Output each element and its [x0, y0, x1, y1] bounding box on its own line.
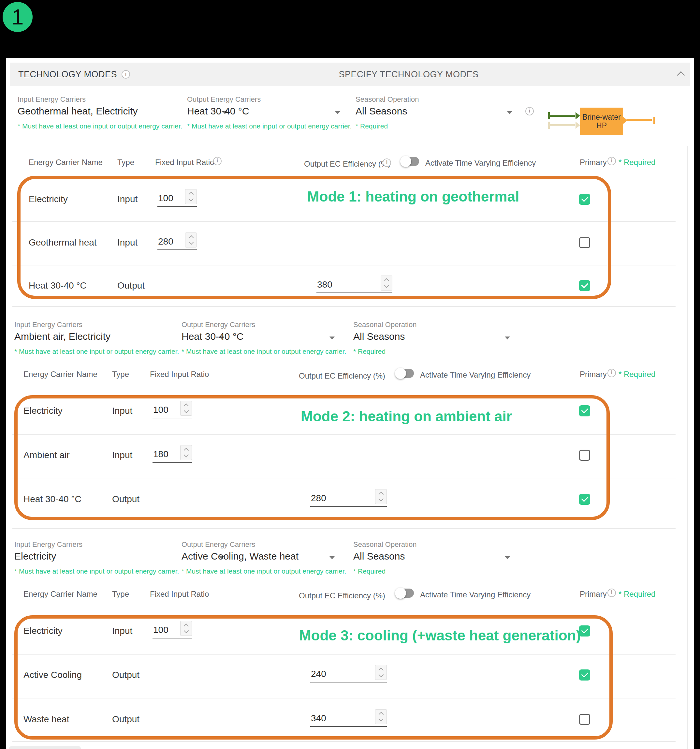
ratio-value: 180	[153, 449, 168, 459]
mode2-seasonal-select[interactable]: All Seasons	[353, 330, 512, 344]
seasonal-operation-label: Seasonal Operation	[353, 321, 512, 329]
diagram-label-line2: HP	[596, 121, 607, 130]
mode3-seasonal-select[interactable]: All Seasons	[353, 550, 512, 564]
output-efficiency-input[interactable]: 340	[310, 709, 387, 727]
mode2-annotation-text: Mode 2: heating on ambient air	[227, 408, 586, 425]
primary-checkbox[interactable]	[579, 494, 590, 505]
step-badge: 1	[3, 2, 33, 32]
primary-checkbox[interactable]	[579, 194, 590, 205]
mode3-output-carriers-select[interactable]: Active Cooling, Waste heat	[181, 550, 337, 564]
col-output-ec-efficiency: Output EC Efficiency (%)	[299, 371, 385, 381]
chevron-up-icon[interactable]	[677, 72, 685, 78]
col-output-ec-efficiency: Output EC Efficiency (%)	[304, 159, 390, 168]
number-stepper[interactable]	[180, 401, 192, 416]
number-stepper[interactable]	[180, 621, 192, 636]
row-divider	[12, 221, 676, 222]
screen: 1 TECHNOLOGY MODES SPECIFY TECHNOLOGY MO…	[0, 0, 700, 749]
mode1-seasonal-field: Seasonal Operation All Seasons * Require…	[355, 95, 514, 130]
primary-checkbox[interactable]	[579, 405, 590, 416]
row-carrier-name: Electricity	[29, 194, 68, 205]
number-stepper[interactable]	[185, 189, 197, 204]
info-icon[interactable]	[122, 70, 130, 79]
output-efficiency-input[interactable]: 280	[310, 489, 387, 507]
dropdown-caret-icon	[505, 556, 510, 559]
info-icon[interactable]	[213, 157, 222, 165]
row-carrier-name: Electricity	[23, 406, 63, 416]
mode2-seasonal-helper: * Required	[353, 348, 512, 355]
time-varying-efficiency-toggle[interactable]	[395, 367, 414, 379]
row-carrier-name: Ambient air	[23, 450, 70, 460]
number-stepper[interactable]	[185, 232, 197, 248]
toggle-label: Activate Time Varying Efficiency	[420, 370, 531, 379]
col-energy-carrier-name: Energy Carrier Name	[29, 158, 103, 167]
col-primary: Primary	[580, 370, 607, 379]
primary-checkbox[interactable]	[579, 625, 590, 636]
col-output-ec-efficiency: Output EC Efficiency (%)	[299, 591, 385, 600]
ratio-value: 100	[153, 405, 168, 415]
table-bottom-divider	[12, 306, 676, 307]
row-carrier-type: Output	[117, 280, 145, 291]
dropdown-caret-icon	[505, 336, 510, 339]
fixed-input-ratio-input[interactable]: 280	[157, 232, 197, 250]
output-efficiency-input[interactable]: 380	[316, 275, 392, 293]
panel-right-divider	[687, 146, 688, 749]
time-varying-efficiency-toggle[interactable]	[400, 156, 419, 167]
output-carriers-label: Output Energy Carriers	[181, 540, 337, 549]
ratio-value: 280	[158, 236, 173, 247]
primary-checkbox[interactable]	[579, 237, 590, 248]
output-efficiency-input[interactable]: 240	[310, 665, 387, 682]
number-stepper[interactable]	[375, 665, 387, 680]
row-carrier-type: Input	[112, 406, 132, 416]
number-stepper[interactable]	[375, 709, 387, 724]
row-carrier-name: Heat 30-40 °C	[23, 494, 81, 504]
mode1-output-carriers-select[interactable]: Heat 30-40 °C	[187, 105, 342, 119]
col-fixed-input-ratio: Fixed Input Ratio	[150, 590, 209, 599]
number-stepper[interactable]	[381, 275, 392, 290]
primary-checkbox[interactable]	[579, 714, 590, 725]
mode3-annotation-text: Mode 3: cooling (+waste heat generation)	[261, 627, 619, 644]
seasonal-operation-label: Seasonal Operation	[355, 95, 514, 104]
info-icon[interactable]	[383, 159, 391, 167]
col-type: Type	[112, 590, 129, 599]
row-carrier-type: Output	[112, 670, 139, 680]
primary-checkbox[interactable]	[579, 670, 590, 680]
mode1-seasonal-helper: * Required	[355, 122, 514, 130]
dropdown-caret-icon	[335, 111, 340, 114]
row-carrier-type: Input	[112, 450, 132, 460]
mode2-seasonal-field: Seasonal Operation All Seasons * Require…	[353, 321, 512, 355]
mode3-seasonal-field: Seasonal Operation All Seasons * Require…	[353, 540, 512, 575]
mode1-annotation-text: Mode 1: heating on geothermal	[234, 188, 592, 205]
partial-button[interactable]	[9, 746, 81, 749]
fixed-input-ratio-input[interactable]: 180	[153, 445, 192, 463]
efficiency-value: 280	[311, 493, 326, 503]
info-icon[interactable]	[607, 369, 616, 377]
number-stepper[interactable]	[375, 489, 387, 504]
row-carrier-name: Geothermal heat	[29, 237, 97, 248]
mode2-output-carriers-select[interactable]: Heat 30-40 °C	[181, 330, 337, 344]
mode3-output-helper: * Must have at least one input or output…	[181, 567, 337, 575]
info-icon[interactable]	[607, 157, 616, 165]
panel-subtitle: SPECIFY TECHNOLOGY MODES	[339, 69, 478, 79]
efficiency-value: 240	[311, 669, 326, 679]
output-arrow-orange-icon	[623, 117, 655, 124]
info-icon[interactable]	[525, 107, 534, 115]
info-icon[interactable]	[607, 588, 616, 597]
output-carriers-label: Output Energy Carriers	[187, 95, 342, 104]
fixed-input-ratio-input[interactable]: 100	[153, 401, 192, 418]
primary-checkbox[interactable]	[579, 280, 590, 291]
fixed-input-ratio-input[interactable]: 100	[157, 189, 197, 207]
primary-required-label: * Required	[619, 590, 655, 599]
input-arrow-green-icon	[548, 112, 580, 119]
number-stepper[interactable]	[180, 445, 192, 460]
mode3-output-carriers-value: Active Cooling, Waste heat	[181, 551, 299, 562]
row-carrier-type: Input	[112, 626, 132, 636]
fixed-input-ratio-input[interactable]: 100	[153, 621, 192, 639]
row-divider	[12, 654, 676, 655]
primary-required-label: * Required	[619, 370, 655, 379]
mode1-seasonal-select[interactable]: All Seasons	[355, 105, 514, 119]
mode3-seasonal-helper: * Required	[353, 567, 512, 575]
mode3-seasonal-value: All Seasons	[353, 551, 405, 562]
primary-required-label: * Required	[619, 158, 655, 167]
time-varying-efficiency-toggle[interactable]	[395, 587, 414, 599]
primary-checkbox[interactable]	[579, 449, 590, 461]
